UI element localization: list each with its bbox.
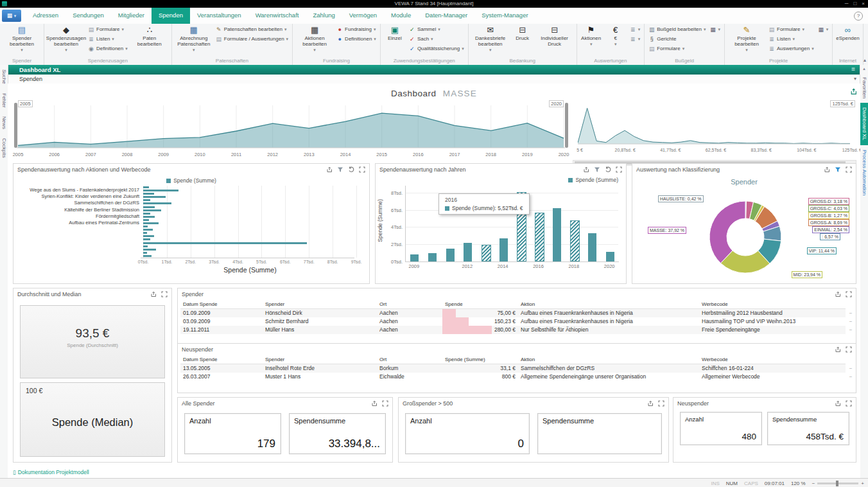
ribbon-individueller-druck[interactable]: ⊟Individueller Druck <box>535 24 575 48</box>
row-splitter-icon[interactable]: ‒ <box>847 325 854 333</box>
row-splitter-icon[interactable]: ‒ <box>847 308 854 317</box>
ribbon-button[interactable]: ≣▾ <box>630 35 641 43</box>
bar[interactable] <box>143 216 155 218</box>
ribbon-paten-bearbeiten[interactable]: ∴Paten bearbeiten <box>130 24 169 48</box>
row-splitter-icon[interactable]: ‒ <box>847 372 854 380</box>
undo-icon[interactable] <box>348 166 354 173</box>
bar[interactable] <box>143 249 156 251</box>
sidebar-item-dashboard-xl[interactable]: Dashboard XL <box>860 103 868 145</box>
close-icon[interactable]: × <box>862 0 865 8</box>
tab-mitglieder[interactable]: Mitglieder <box>111 8 152 24</box>
ribbon-projekte-bearbeiten[interactable]: ✎Projekte bearbeiten▾ <box>727 24 767 54</box>
ribbon-listen[interactable]: ≣Listen▾ <box>768 35 814 43</box>
bar[interactable] <box>553 208 561 261</box>
bar[interactable] <box>570 220 580 261</box>
export-icon[interactable] <box>371 400 378 407</box>
ribbon-einzel[interactable]: ▣Einzel <box>383 24 407 42</box>
bar[interactable] <box>499 238 508 261</box>
expand-icon[interactable] <box>616 166 622 173</box>
tab-vermögen[interactable]: Vermögen <box>342 8 384 24</box>
bar[interactable] <box>143 229 153 231</box>
export-icon[interactable] <box>824 166 830 173</box>
dashboard-export-icon[interactable] <box>850 88 856 94</box>
expand-icon[interactable] <box>382 400 388 407</box>
bar[interactable] <box>143 213 150 215</box>
export-icon[interactable] <box>583 166 589 173</box>
ribbon-aktionen-bearbeiten[interactable]: ▦Aktionen bearbeiten▾ <box>295 24 334 54</box>
table-row[interactable]: 03.09.2009Schmitz BernhardAachen150,23 €… <box>180 317 846 326</box>
ribbon-abrechnung-patenschaften[interactable]: ▦Abrechnung Patenschaften▾ <box>174 24 214 54</box>
export-icon[interactable] <box>647 400 654 407</box>
bar[interactable] <box>410 254 419 261</box>
documentation-link[interactable]: ▯ Dokumentation Projektmodell <box>13 469 89 475</box>
bar[interactable] <box>143 186 149 188</box>
bar[interactable] <box>143 219 149 221</box>
maximize-icon[interactable]: □ <box>853 0 856 8</box>
ribbon-auswertungen[interactable]: ≣Auswertungen▾ <box>768 44 814 53</box>
range-handle-right[interactable] <box>565 103 568 148</box>
ribbon-formulare[interactable]: ▤Formulare▾ <box>768 25 814 33</box>
sidebar-item-suche[interactable]: Suche <box>0 65 8 89</box>
bar[interactable] <box>143 255 152 257</box>
zoom-slider[interactable]: − + <box>812 481 864 486</box>
filter-icon[interactable] <box>594 166 600 173</box>
tab-module[interactable]: Module <box>384 8 418 24</box>
table-row[interactable]: 19.11.2011Müller HansAachen280,00 €Nur S… <box>180 326 846 334</box>
row-splitter-icon[interactable]: ‒ <box>847 317 854 325</box>
bar[interactable] <box>143 226 148 227</box>
bar[interactable] <box>464 243 472 262</box>
expand-icon[interactable] <box>846 166 852 173</box>
ribbon-fundraising[interactable]: ●Fundraising▾ <box>336 25 376 33</box>
column-header[interactable]: Aktion <box>518 355 699 364</box>
ribbon-button[interactable]: ≣▾ <box>630 25 641 33</box>
expand-icon[interactable] <box>359 166 365 173</box>
collapse-ribbon-icon[interactable]: ▴ <box>864 57 866 63</box>
table-row[interactable]: 13.05.2005Inselhotel Rote ErdeBorkum33,1… <box>180 364 846 373</box>
ribbon-qualitätssicherung[interactable]: ✓Qualitätssicherung▾ <box>409 44 464 53</box>
bar[interactable] <box>143 242 307 244</box>
expand-icon[interactable] <box>846 291 852 297</box>
ribbon-listen[interactable]: ≣Listen▾ <box>88 35 128 43</box>
chevron-down-icon[interactable]: ▾ <box>854 76 856 82</box>
row-splitter-icon[interactable]: ‒ <box>847 364 854 372</box>
expand-icon[interactable] <box>846 346 852 353</box>
timeline-range-chart[interactable]: 2005 2020 200520062007200820092010201120… <box>13 100 569 159</box>
bar[interactable] <box>143 209 161 211</box>
bar[interactable] <box>482 245 491 261</box>
ribbon-definitionen[interactable]: ◉Definitionen▾ <box>88 44 128 53</box>
zoom-track[interactable] <box>817 483 858 484</box>
expand-icon[interactable] <box>846 400 852 407</box>
ribbon-gerichte[interactable]: §Gerichte <box>648 35 706 43</box>
export-icon[interactable] <box>835 291 841 297</box>
bar[interactable] <box>446 249 455 261</box>
ribbon-dankesbriefe-bearbeiten[interactable]: ✉Dankesbriefe bearbeiten▾ <box>471 24 510 54</box>
ribbon-bußgeld-bearbeiten[interactable]: ▥Bußgeld bearbeiten▾ <box>648 25 706 33</box>
ribbon-spendenzusagen-bearbeiten[interactable]: ◆Spendenzusagen bearbeiten▾ <box>46 24 86 54</box>
export-icon[interactable] <box>835 400 841 407</box>
column-header[interactable]: Spender <box>263 300 377 308</box>
ribbon-druck[interactable]: ⊟Druck <box>510 24 535 42</box>
ribbon-patenschaften-bearbeiten[interactable]: ✎Patenschaften bearbeiten▾ <box>216 25 288 33</box>
filter-active-icon[interactable] <box>835 166 841 173</box>
help-icon[interactable]: ? <box>854 12 863 21</box>
zoom-out-icon[interactable]: − <box>812 481 815 486</box>
column-header[interactable]: Spende (Summe) <box>442 355 518 364</box>
tab-veranstaltungen[interactable]: Veranstaltungen <box>190 8 248 24</box>
export-icon[interactable] <box>326 166 333 173</box>
bar[interactable] <box>143 222 159 224</box>
bar[interactable] <box>143 235 154 237</box>
column-header[interactable]: Spende <box>442 300 518 308</box>
tab-daten-manager[interactable]: Daten-Manager <box>418 8 474 24</box>
bar[interactable] <box>143 190 178 191</box>
export-icon[interactable] <box>150 291 157 297</box>
column-header[interactable]: Ort <box>377 355 442 364</box>
tab-warenwirtschaft[interactable]: Warenwirtschaft <box>248 8 306 24</box>
bar[interactable] <box>143 232 147 234</box>
column-header[interactable]: Aktion <box>518 300 699 308</box>
bar[interactable] <box>143 193 154 195</box>
bar[interactable] <box>143 202 171 204</box>
ribbon-spender-bearbeiten[interactable]: ▤Spender bearbeiten▾ <box>2 24 42 54</box>
ribbon-espenden[interactable]: ∞eSpenden <box>835 24 860 42</box>
ribbon-definitionen[interactable]: ●Definitionen▾ <box>336 35 376 43</box>
tab-spenden[interactable]: Spenden <box>152 8 190 24</box>
